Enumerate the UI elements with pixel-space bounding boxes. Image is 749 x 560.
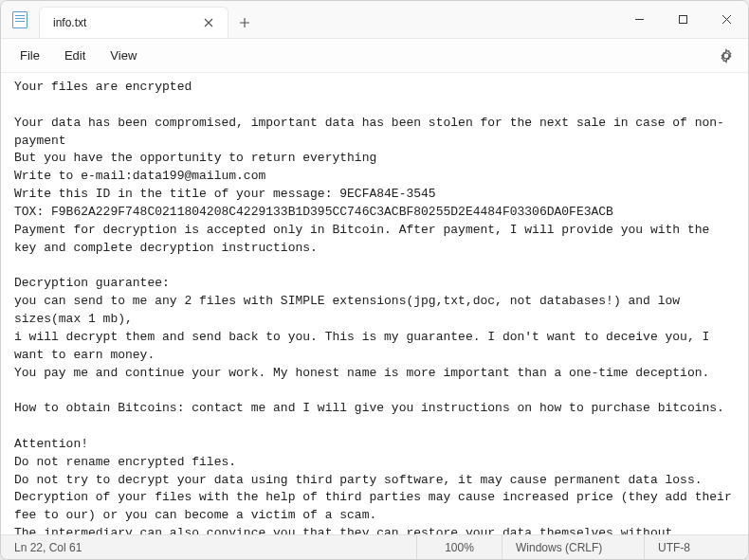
maximize-button[interactable]	[661, 1, 704, 38]
plus-icon	[239, 17, 250, 28]
tab-title: info.txt	[53, 16, 190, 29]
close-icon	[204, 18, 213, 27]
text-editor[interactable]: Your files are encrypted Your data has b…	[1, 73, 748, 534]
close-icon	[722, 14, 732, 25]
menu-edit[interactable]: Edit	[53, 44, 97, 67]
minimize-button[interactable]	[617, 1, 661, 38]
gear-icon	[719, 48, 734, 63]
maximize-icon	[678, 14, 688, 25]
menubar: File Edit View	[1, 39, 748, 73]
minimize-icon	[634, 14, 645, 25]
notepad-icon	[12, 11, 27, 28]
status-encoding[interactable]: UTF-8	[644, 535, 748, 559]
notepad-window: info.txt File Edit View	[0, 0, 749, 560]
app-icon	[1, 1, 39, 38]
tab-close-button[interactable]	[199, 13, 218, 32]
svg-rect-0	[679, 16, 686, 24]
menu-file[interactable]: File	[9, 44, 51, 67]
titlebar-drag-area[interactable]	[261, 1, 617, 38]
close-window-button[interactable]	[704, 1, 748, 38]
new-tab-button[interactable]	[228, 7, 261, 38]
document-tab[interactable]: info.txt	[39, 7, 228, 38]
window-controls	[617, 1, 748, 38]
status-zoom[interactable]: 100%	[416, 535, 502, 559]
status-cursor-position: Ln 22, Col 61	[1, 535, 95, 559]
titlebar: info.txt	[1, 1, 748, 39]
settings-button[interactable]	[712, 42, 740, 70]
menu-view[interactable]: View	[99, 44, 148, 67]
statusbar: Ln 22, Col 61 100% Windows (CRLF) UTF-8	[1, 534, 748, 559]
status-line-ending[interactable]: Windows (CRLF)	[502, 535, 644, 559]
